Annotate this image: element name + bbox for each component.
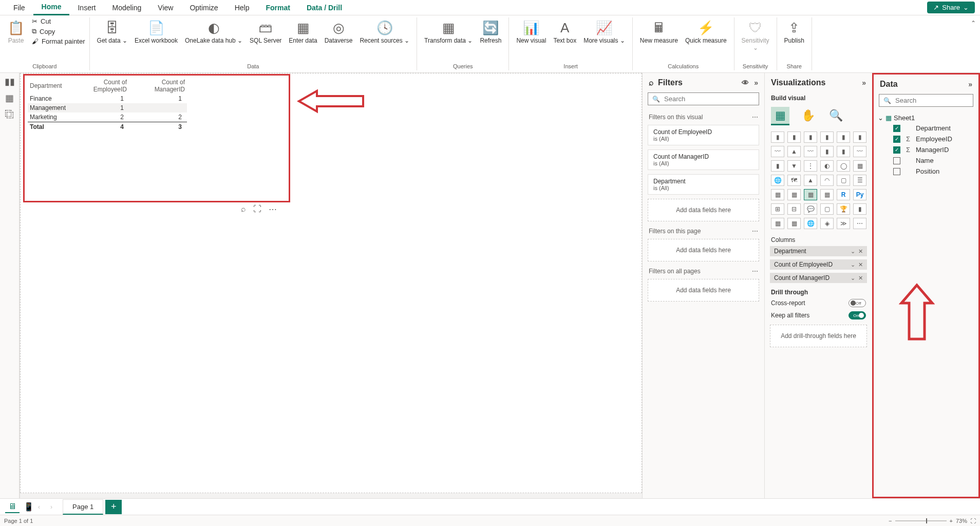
paste-button[interactable]: 📋 Paste [4, 17, 28, 46]
refresh-button[interactable]: 🔄Refresh [477, 17, 504, 46]
viz-type[interactable]: ▮ [771, 160, 784, 172]
viz-type[interactable]: 💬 [804, 203, 817, 215]
viz-type[interactable]: 🗺 [787, 175, 801, 186]
add-page-button[interactable]: + [105, 500, 122, 514]
viz-type[interactable]: ▲ [804, 175, 817, 186]
more-icon[interactable]: ⋯ [269, 204, 277, 214]
viz-type[interactable]: ▮ [787, 132, 801, 143]
eye-icon[interactable]: 👁 [742, 79, 749, 87]
collapse-icon[interactable]: » [862, 79, 866, 87]
chevron-down-icon[interactable]: ⌄ [851, 261, 855, 268]
tab-data-drill[interactable]: Data / Drill [298, 1, 350, 15]
collapse-icon[interactable]: » [968, 80, 972, 88]
get-data-button[interactable]: 🗄Get data ⌄ [94, 17, 130, 46]
new-visual-button[interactable]: 📊New visual [513, 17, 549, 46]
next-page-button[interactable]: › [50, 503, 61, 511]
viz-type[interactable]: ◈ [820, 218, 834, 229]
more-icon[interactable]: ⋯ [752, 114, 758, 121]
share-button[interactable]: ↗ Share ⌄ [927, 2, 975, 13]
format-mode-button[interactable]: ✋ [799, 107, 817, 125]
new-measure-button[interactable]: 🖩New measure [637, 17, 681, 46]
viz-type[interactable]: 〰 [804, 146, 817, 157]
viz-type[interactable]: 🌐 [771, 175, 784, 186]
viz-type[interactable]: ▼ [787, 160, 801, 172]
viz-type[interactable]: ▮ [771, 132, 784, 143]
field-department[interactable]: ✓Department [878, 123, 974, 134]
viz-type[interactable]: 〰 [771, 146, 784, 157]
add-visual-filters-drop[interactable]: Add data fields here [648, 199, 759, 221]
viz-type[interactable]: ▮ [853, 132, 866, 143]
excel-button[interactable]: 📄Excel workbook [131, 17, 181, 46]
filter-card[interactable]: Count of ManagerIDis (All) [648, 149, 759, 170]
field-employeeid[interactable]: ✓ΣEmployeeID [878, 134, 974, 144]
checkbox[interactable] [893, 168, 900, 175]
viz-more[interactable]: ⋯ [853, 218, 866, 229]
keep-filters-toggle[interactable]: On [849, 311, 866, 320]
format-painter-button[interactable]: 🖌Format painter [32, 37, 85, 45]
sql-button[interactable]: 🗃SQL Server [247, 17, 285, 46]
viz-type[interactable]: ☰ [853, 175, 866, 186]
publish-button[interactable]: ⇪Publish [781, 17, 807, 46]
add-page-filters-drop[interactable]: Add data fields here [648, 239, 759, 261]
data-view-button[interactable]: ▦ [4, 92, 15, 104]
more-icon[interactable]: ⋯ [752, 268, 758, 275]
analytics-mode-button[interactable]: 🔍 [826, 107, 845, 125]
text-box-button[interactable]: AText box [550, 17, 579, 46]
viz-type[interactable]: 🌐 [804, 218, 817, 229]
tab-view[interactable]: View [149, 1, 181, 15]
field-managerid[interactable]: ✓ΣManagerID [878, 144, 974, 155]
filters-search-input[interactable] [664, 95, 755, 103]
cross-report-toggle[interactable]: Off [849, 299, 866, 307]
remove-icon[interactable]: ✕ [858, 248, 863, 255]
viz-type[interactable]: ▮ [804, 132, 817, 143]
filter-card[interactable]: Departmentis (All) [648, 174, 759, 195]
focus-icon[interactable]: ⛶ [253, 204, 261, 214]
viz-type[interactable]: ▮ [820, 132, 834, 143]
tab-help[interactable]: Help [227, 1, 258, 15]
checkbox[interactable] [893, 157, 900, 164]
dataverse-button[interactable]: ◎Dataverse [322, 17, 356, 46]
checkbox[interactable]: ✓ [893, 136, 900, 143]
prev-page-button[interactable]: ‹ [38, 503, 48, 511]
field-name[interactable]: Name [878, 155, 974, 166]
tab-home[interactable]: Home [33, 0, 70, 15]
desktop-layout-button[interactable]: 🖥 [5, 501, 20, 513]
table-visual[interactable]: Department Count of EmployeeID Count of … [23, 74, 290, 202]
viz-type[interactable]: ▢ [837, 175, 850, 186]
field-chip[interactable]: Count of EmployeeID⌄✕ [770, 259, 867, 270]
zoom-in-button[interactable]: + [950, 518, 953, 524]
viz-type-table[interactable]: ▦ [804, 189, 817, 200]
quick-measure-button[interactable]: ⚡Quick measure [682, 17, 730, 46]
viz-type[interactable]: ⋮ [804, 160, 817, 172]
viz-type[interactable]: Py [853, 189, 866, 200]
data-search-input[interactable] [895, 97, 980, 104]
tab-format[interactable]: Format [257, 1, 298, 15]
page-tab-1[interactable]: Page 1 [63, 499, 103, 515]
add-all-filters-drop[interactable]: Add data fields here [648, 279, 759, 302]
viz-type[interactable]: ▢ [820, 203, 834, 215]
collapse-ribbon-button[interactable]: ⌃ [967, 17, 980, 70]
zoom-slider[interactable] [895, 520, 947, 521]
viz-type[interactable]: ⊟ [787, 203, 801, 215]
viz-type[interactable]: ◯ [837, 160, 850, 172]
remove-icon[interactable]: ✕ [858, 275, 863, 281]
tab-insert[interactable]: Insert [69, 1, 104, 15]
viz-type[interactable]: ▮ [837, 132, 850, 143]
checkbox[interactable]: ✓ [893, 125, 900, 132]
report-view-button[interactable]: ▮▮ [4, 76, 15, 87]
zoom-out-button[interactable]: − [889, 518, 892, 524]
mobile-layout-button[interactable]: 📱 [22, 501, 36, 513]
viz-type[interactable]: 〰 [853, 146, 866, 157]
data-table-node[interactable]: ⌄ ▦ Sheet1 [878, 113, 974, 123]
chevron-down-icon[interactable]: ⌄ [851, 248, 855, 255]
tab-optimize[interactable]: Optimize [181, 1, 226, 15]
build-mode-button[interactable]: ▦ [771, 107, 789, 125]
enter-data-button[interactable]: ▦Enter data [286, 17, 320, 46]
viz-type[interactable]: ▦ [787, 218, 801, 229]
viz-type[interactable]: ▦ [771, 218, 784, 229]
data-search[interactable]: 🔍 [879, 94, 973, 107]
drill-drop-zone[interactable]: Add drill-through fields here [770, 325, 867, 347]
checkbox[interactable]: ✓ [893, 146, 900, 154]
viz-type[interactable]: 🏆 [837, 203, 850, 215]
field-position[interactable]: Position [878, 166, 974, 177]
